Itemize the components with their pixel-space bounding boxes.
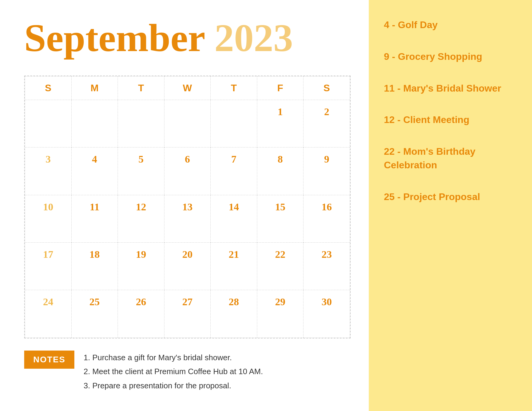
calendar-table: S M T W T F S 12345678910111213141516171… <box>25 76 350 338</box>
calendar-body: 1234567891011121314151617181920212223242… <box>25 100 350 338</box>
calendar-week-2: 10111213141516 <box>25 195 350 242</box>
calendar-day <box>25 100 72 147</box>
calendar-day: 19 <box>118 242 164 290</box>
calendar-day: 14 <box>211 195 257 242</box>
sidebar: 4 - Golf Day9 - Grocery Shopping11 - Mar… <box>369 0 532 411</box>
calendar-container: S M T W T F S 12345678910111213141516171… <box>24 76 351 338</box>
weekday-thu: T <box>211 76 257 100</box>
calendar-day: 26 <box>118 290 164 338</box>
calendar-day: 3 <box>25 147 72 195</box>
calendar-header: September 2023 <box>24 18 351 57</box>
sidebar-event-item: 22 - Mom's Birthday Celebration <box>384 145 517 172</box>
calendar-week-4: 24252627282930 <box>25 290 350 338</box>
calendar-day: 28 <box>211 290 257 338</box>
calendar-day <box>164 100 211 147</box>
calendar-day: 1 <box>257 100 303 147</box>
weekday-wed: W <box>164 76 211 100</box>
weekday-mon: M <box>71 76 118 100</box>
calendar-day: 12 <box>118 195 164 242</box>
year-title: 2023 <box>214 18 293 57</box>
calendar-day: 20 <box>164 242 211 290</box>
sidebar-events: 4 - Golf Day9 - Grocery Shopping11 - Mar… <box>384 18 517 204</box>
calendar-day <box>118 100 164 147</box>
calendar-day: 25 <box>71 290 118 338</box>
calendar-day: 24 <box>25 290 72 338</box>
calendar-day: 17 <box>25 242 72 290</box>
note-item: 1. Purchase a gift for Mary's bridal sho… <box>83 351 263 365</box>
weekday-sun: S <box>25 76 72 100</box>
calendar-day: 15 <box>257 195 303 242</box>
calendar-day: 11 <box>71 195 118 242</box>
calendar-week-3: 17181920212223 <box>25 242 350 290</box>
calendar-day: 10 <box>25 195 72 242</box>
main-content: September 2023 S M T W T F S 12345678910… <box>0 0 369 411</box>
calendar-week-0: 12 <box>25 100 350 147</box>
calendar-day: 21 <box>211 242 257 290</box>
weekday-sat: S <box>303 76 350 100</box>
sidebar-event-item: 9 - Grocery Shopping <box>384 50 517 63</box>
month-title: September <box>24 18 205 57</box>
weekday-tue: T <box>118 76 164 100</box>
calendar-day <box>211 100 257 147</box>
calendar-day: 2 <box>303 100 350 147</box>
weekday-header-row: S M T W T F S <box>25 76 350 100</box>
notes-label: NOTES <box>24 351 74 369</box>
calendar-day: 23 <box>303 242 350 290</box>
calendar-day: 9 <box>303 147 350 195</box>
sidebar-event-item: 25 - Project Proposal <box>384 190 517 204</box>
note-item: 3. Prepare a presentation for the propos… <box>83 379 263 393</box>
calendar-day: 30 <box>303 290 350 338</box>
sidebar-event-item: 11 - Mary's Bridal Shower <box>384 82 517 95</box>
sidebar-event-item: 12 - Client Meeting <box>384 113 517 127</box>
notes-section: NOTES 1. Purchase a gift for Mary's brid… <box>24 351 351 393</box>
calendar-day: 7 <box>211 147 257 195</box>
calendar-day: 27 <box>164 290 211 338</box>
note-item: 2. Meet the client at Premium Coffee Hub… <box>83 364 263 379</box>
calendar-day: 18 <box>71 242 118 290</box>
calendar-day: 5 <box>118 147 164 195</box>
calendar-week-1: 3456789 <box>25 147 350 195</box>
notes-text: 1. Purchase a gift for Mary's bridal sho… <box>83 351 263 393</box>
calendar-day: 16 <box>303 195 350 242</box>
calendar-day: 13 <box>164 195 211 242</box>
weekday-fri: F <box>257 76 303 100</box>
calendar-day: 22 <box>257 242 303 290</box>
calendar-day: 29 <box>257 290 303 338</box>
calendar-day: 8 <box>257 147 303 195</box>
sidebar-event-item: 4 - Golf Day <box>384 18 517 32</box>
calendar-day: 4 <box>71 147 118 195</box>
calendar-day: 6 <box>164 147 211 195</box>
calendar-day <box>71 100 118 147</box>
